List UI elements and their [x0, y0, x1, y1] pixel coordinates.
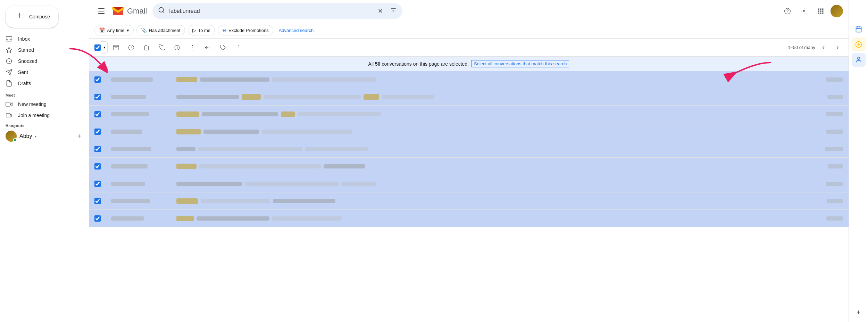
sidebar-item-join-meeting[interactable]: Join a meeting — [0, 110, 83, 121]
search-filter-icon[interactable] — [390, 7, 397, 15]
email-checkbox[interactable] — [94, 163, 101, 170]
table-row[interactable]: ☆ — [89, 175, 849, 192]
star-button[interactable]: ☆ — [103, 111, 108, 117]
gmail-logo: Gmail — [111, 4, 147, 18]
drafts-icon — [6, 80, 12, 87]
table-row[interactable]: ☆ — [89, 192, 849, 210]
report-spam-button[interactable] — [124, 41, 138, 55]
has-attachment-filter[interactable]: 📎 Has attachment — [136, 25, 185, 35]
star-button[interactable]: ☆ — [103, 198, 108, 204]
hangout-caret-icon: ▾ — [35, 134, 36, 138]
sidebar: + Compose Inbox Starred Snoozed Sent Dra… — [0, 0, 89, 322]
table-row[interactable]: ☆ — [89, 210, 849, 227]
archive-button[interactable] — [109, 41, 123, 55]
email-checkbox[interactable] — [94, 76, 101, 83]
settings-button[interactable] — [797, 4, 811, 18]
table-row[interactable]: ☆ — [89, 88, 849, 106]
search-input[interactable] — [169, 8, 374, 14]
sidebar-item-new-meeting[interactable]: New meeting — [0, 99, 83, 110]
user-avatar-button[interactable] — [831, 5, 843, 17]
star-button[interactable]: ☆ — [103, 215, 108, 222]
star-button[interactable]: ☆ — [103, 76, 108, 83]
header: Gmail ✕ — [89, 0, 849, 22]
email-checkbox[interactable] — [94, 129, 101, 135]
svg-point-41 — [857, 57, 860, 60]
delete-button[interactable] — [140, 41, 153, 55]
sidebar-item-starred-label: Starred — [18, 47, 34, 53]
label-button[interactable] — [216, 41, 230, 55]
star-button[interactable]: ☆ — [103, 93, 108, 100]
exclude-promotions-filter[interactable]: ⊖ Exclude Promotions — [218, 25, 273, 35]
sidebar-item-inbox[interactable]: Inbox — [0, 33, 83, 44]
sidebar-item-drafts[interactable]: Drafts — [0, 78, 83, 89]
search-icon — [158, 7, 165, 15]
svg-rect-23 — [818, 13, 819, 14]
select-all-conversations-link[interactable]: Select all conversations that match this… — [471, 60, 569, 67]
any-time-filter[interactable]: 📅 Any time ▾ — [94, 25, 134, 35]
pagination: 1–50 of many — [788, 42, 843, 53]
meet-section-label: Meet — [0, 89, 89, 99]
search-bar[interactable]: ✕ — [152, 3, 402, 19]
sidebar-item-snoozed[interactable]: Snoozed — [0, 56, 83, 67]
search-clear-icon[interactable]: ✕ — [378, 7, 383, 15]
banner-text-after: conversations on this page are selected. — [382, 61, 469, 67]
email-checkbox[interactable] — [94, 146, 101, 152]
people-panel-icon[interactable] — [852, 53, 866, 67]
move-to-button[interactable] — [201, 41, 215, 55]
exclude-promotions-label: Exclude Promotions — [228, 28, 269, 33]
table-row[interactable]: ☆ — [89, 123, 849, 140]
hangout-user-row[interactable]: Abby ▾ + — [6, 131, 83, 142]
add-hangout-button[interactable]: + — [75, 132, 83, 140]
svg-rect-7 — [6, 114, 10, 117]
sidebar-item-snoozed-label: Snoozed — [18, 58, 37, 64]
email-checkbox[interactable] — [94, 111, 101, 117]
date-column — [815, 77, 843, 82]
select-all-checkbox[interactable] — [94, 44, 101, 51]
star-button[interactable]: ☆ — [103, 128, 108, 135]
advanced-search-link[interactable]: Advanced search — [279, 28, 314, 33]
select-dropdown-button[interactable]: ▾ — [101, 41, 108, 54]
svg-rect-26 — [113, 45, 119, 47]
apps-button[interactable] — [814, 4, 828, 18]
email-body-column — [176, 77, 812, 82]
add-panel-button[interactable]: + — [852, 305, 866, 319]
email-checkbox[interactable] — [94, 198, 101, 204]
previous-page-button[interactable] — [818, 42, 829, 53]
compose-icon: + — [14, 11, 25, 22]
svg-rect-6 — [6, 102, 10, 106]
mark-as-read-button[interactable] — [155, 41, 169, 55]
email-checkbox[interactable] — [94, 181, 101, 187]
next-page-button[interactable] — [832, 42, 843, 53]
date-column — [815, 216, 843, 221]
help-button[interactable] — [781, 4, 794, 18]
sender-column — [111, 130, 174, 134]
star-button[interactable]: ☆ — [103, 180, 108, 187]
table-row[interactable]: ☆ — [89, 71, 849, 88]
hamburger-menu-button[interactable] — [94, 4, 108, 18]
right-panel: + — [849, 0, 868, 322]
to-me-filter[interactable]: ▷ To me — [188, 25, 215, 35]
sidebar-item-new-meeting-label: New meeting — [18, 101, 47, 107]
sidebar-item-sent[interactable]: Sent — [0, 67, 83, 78]
sidebar-item-starred[interactable]: Starred — [0, 44, 83, 56]
gmail-logo-icon — [111, 4, 125, 18]
tasks-panel-icon[interactable] — [852, 38, 866, 51]
banner-text-before: All — [368, 61, 374, 67]
calendar-panel-icon[interactable] — [852, 22, 866, 36]
svg-rect-24 — [820, 13, 821, 14]
star-button[interactable]: ☆ — [103, 146, 108, 152]
more-toolbar-options[interactable]: ⋮ — [231, 41, 245, 55]
email-body-column — [176, 198, 812, 204]
table-row[interactable]: ☆ — [89, 158, 849, 175]
email-checkbox[interactable] — [94, 94, 101, 100]
table-row[interactable]: ☆ — [89, 140, 849, 158]
select-all-checkbox-wrapper[interactable]: ▾ — [94, 41, 108, 54]
date-column — [815, 130, 843, 134]
table-row[interactable]: ☆ — [89, 106, 849, 123]
more-options-button[interactable]: ⋮ — [185, 41, 199, 55]
email-checkbox[interactable] — [94, 215, 101, 222]
star-button[interactable]: ☆ — [103, 163, 108, 170]
gmail-wordmark: Gmail — [127, 7, 147, 16]
snooze-button[interactable] — [170, 41, 184, 55]
compose-button[interactable]: + Compose — [6, 6, 58, 28]
